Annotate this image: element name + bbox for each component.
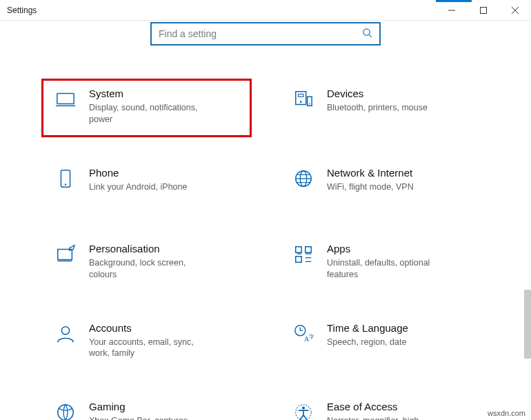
tile-desc: Bluetooth, printers, mouse (327, 102, 428, 114)
tile-network[interactable]: Network & InternetWiFi, flight mode, VPN (279, 158, 490, 213)
gaming-icon (52, 401, 79, 420)
tile-title: Personalisation (89, 243, 213, 254)
close-button[interactable] (499, 0, 531, 21)
tile-text: Time & LanguageSpeech, region, date (317, 322, 408, 348)
svg-rect-1 (481, 8, 487, 14)
tile-apps[interactable]: AppsUninstall, defaults, optional featur… (279, 234, 490, 292)
tile-desc: Your accounts, email, sync, work, family (89, 337, 213, 360)
tile-title: Devices (327, 88, 428, 99)
tile-gaming[interactable]: GamingXbox Game Bar, captures, Game Mode (41, 392, 252, 420)
personalisation-icon (52, 243, 79, 265)
scrollbar[interactable] (524, 290, 531, 359)
tile-text: PersonalisationBackground, lock screen, … (79, 243, 213, 281)
minimize-button[interactable] (436, 0, 468, 21)
tile-desc: Narrator, magnifier, high contrast (327, 415, 451, 420)
maximize-button[interactable] (468, 0, 499, 21)
window-controls (436, 0, 531, 21)
tile-desc: Speech, region, date (327, 337, 408, 348)
tile-title: System (89, 88, 213, 99)
tile-personalisation[interactable]: PersonalisationBackground, lock screen, … (41, 234, 252, 292)
search-icon (362, 28, 372, 41)
accounts-icon (52, 322, 79, 344)
svg-line-5 (369, 34, 372, 37)
tile-text: PhoneLink your Android, iPhone (79, 167, 187, 193)
tile-text: GamingXbox Game Bar, captures, Game Mode (79, 401, 213, 420)
tile-desc: Uninstall, defaults, optional features (327, 257, 451, 281)
window-title: Settings (7, 6, 37, 15)
tile-desc: Link your Android, iPhone (89, 181, 187, 193)
tile-text: AccountsYour accounts, email, sync, work… (79, 322, 213, 360)
tile-text: Ease of AccessNarrator, magnifier, high … (317, 401, 451, 420)
titlebar: Settings (0, 0, 531, 21)
tile-title: Phone (89, 167, 187, 179)
tile-title: Apps (327, 243, 451, 254)
tile-title: Accounts (89, 322, 213, 334)
tile-desc: Display, sound, notifications, power (89, 102, 213, 126)
tile-devices[interactable]: DevicesBluetooth, printers, mouse (279, 79, 490, 137)
tile-text: DevicesBluetooth, printers, mouse (317, 88, 428, 114)
tile-system[interactable]: SystemDisplay, sound, notifications, pow… (41, 79, 252, 137)
search-row (0, 21, 531, 58)
devices-icon (290, 88, 317, 110)
tile-title: Ease of Access (327, 401, 451, 412)
tile-text: SystemDisplay, sound, notifications, pow… (79, 88, 213, 126)
time-icon (290, 322, 317, 344)
search-input[interactable] (159, 28, 362, 39)
watermark: wsxdn.com (488, 409, 525, 417)
tile-text: AppsUninstall, defaults, optional featur… (317, 243, 451, 281)
tile-ease[interactable]: Ease of AccessNarrator, magnifier, high … (279, 392, 490, 420)
phone-icon (52, 167, 79, 189)
apps-icon (290, 243, 317, 265)
tile-accounts[interactable]: AccountsYour accounts, email, sync, work… (41, 313, 252, 372)
tile-title: Time & Language (327, 322, 408, 334)
network-icon (290, 167, 317, 189)
tile-title: Network & Internet (327, 167, 414, 179)
tile-phone[interactable]: PhoneLink your Android, iPhone (41, 158, 252, 213)
tile-title: Gaming (89, 401, 213, 412)
svg-point-4 (363, 28, 370, 34)
settings-grid: SystemDisplay, sound, notifications, pow… (0, 58, 531, 420)
tile-desc: WiFi, flight mode, VPN (327, 181, 414, 193)
tile-desc: Background, lock screen, colours (89, 257, 213, 281)
ease-icon (290, 401, 317, 420)
system-icon (52, 88, 79, 110)
tile-text: Network & InternetWiFi, flight mode, VPN (317, 167, 414, 193)
search-box[interactable] (150, 22, 381, 46)
tile-desc: Xbox Game Bar, captures, Game Mode (89, 415, 213, 420)
tile-time[interactable]: Time & LanguageSpeech, region, date (279, 313, 490, 372)
